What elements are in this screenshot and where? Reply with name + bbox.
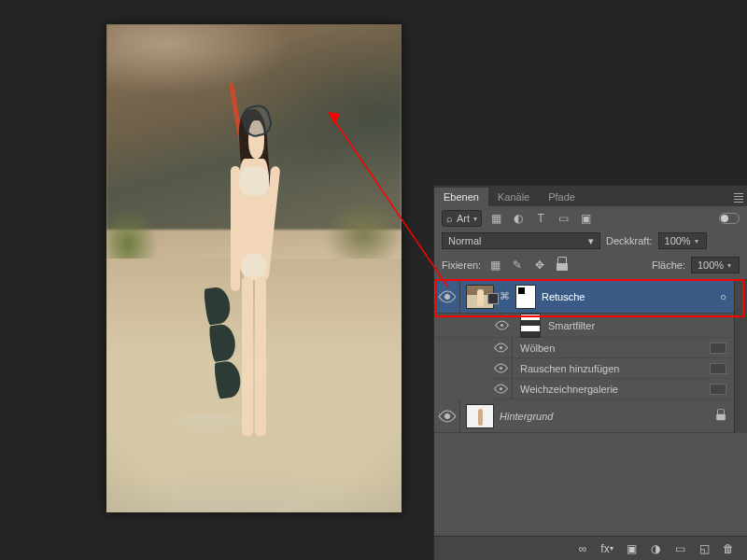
tab-channels[interactable]: Kanäle — [488, 188, 539, 206]
filter-toggle-switch[interactable] — [719, 213, 740, 224]
filter-options-icon[interactable] — [710, 363, 726, 374]
caret-down-icon: ▾ — [727, 261, 731, 270]
smartfilter-list: Wölben Rauschen hinzufügen Weichzeichner… — [434, 338, 734, 399]
layer-retusche[interactable]: ⌘ Retusche ○ — [434, 280, 734, 314]
layers-scrollbar[interactable] — [734, 280, 747, 433]
smartfilter-mask-thumbnail[interactable] — [520, 314, 541, 338]
filter-options-icon[interactable] — [710, 384, 726, 395]
fill-input[interactable]: 100% ▾ — [691, 257, 740, 273]
layers-footer: ∞ fx▾ ▣ ◑ ▭ ◱ 🗑 — [434, 536, 747, 560]
caret-down-icon: ▾ — [588, 235, 594, 247]
smart-filter-indicator-icon: ○ — [720, 291, 726, 302]
lock-transparency-icon[interactable]: ▦ — [486, 257, 503, 273]
layer-name[interactable]: Retusche — [542, 291, 714, 302]
layer-mask-thumbnail[interactable] — [515, 285, 536, 309]
layers-list: ⌘ Retusche ○ Smartfilter Wölben — [434, 279, 747, 433]
lock-icon — [715, 411, 726, 422]
fx-icon[interactable]: fx▾ — [596, 539, 618, 558]
blend-row: Normal ▾ Deckkraft: 100% ▾ — [434, 231, 747, 253]
document-canvas[interactable] — [106, 24, 402, 512]
filter-pixel-icon[interactable]: ▦ — [487, 210, 504, 227]
fill-value: 100% — [698, 259, 724, 271]
new-fill-adjustment-icon[interactable]: ◑ — [644, 539, 667, 558]
lock-row: Fixieren: ▦ ✎ ✥ Fläche: 100% ▾ — [434, 253, 747, 279]
filter-label: Art — [457, 213, 470, 224]
layers-panel: Ebenen Kanäle Pfade ⌕ Art ▾ ▦ ◐ T ▭ ▣ No… — [433, 185, 747, 560]
filter-smart-icon[interactable]: ▣ — [577, 210, 594, 227]
eye-icon[interactable] — [494, 341, 509, 356]
filter-name: Rauschen hinzufügen — [513, 363, 710, 374]
lock-position-icon[interactable]: ✥ — [531, 257, 548, 273]
lock-label: Fixieren: — [442, 259, 481, 271]
delete-layer-icon[interactable]: 🗑 — [717, 539, 740, 558]
blend-mode-value: Normal — [448, 235, 481, 246]
opacity-value: 100% — [665, 235, 691, 246]
filter-woelben[interactable]: Wölben — [490, 338, 734, 358]
smartfilter-label: Smartfilter — [548, 320, 595, 331]
blend-mode-select[interactable]: Normal ▾ — [442, 232, 600, 249]
lock-brush-icon[interactable]: ✎ — [509, 257, 526, 273]
visibility-toggle[interactable] — [434, 399, 460, 432]
layer-hintergrund[interactable]: Hintergrund — [434, 399, 734, 433]
layer-filter-row: ⌕ Art ▾ ▦ ◐ T ▭ ▣ — [434, 206, 747, 231]
new-group-icon[interactable]: ▭ — [669, 539, 691, 558]
caret-down-icon: ▾ — [473, 215, 477, 223]
fill-label: Fläche: — [652, 259, 685, 271]
opacity-input[interactable]: 100% ▾ — [658, 232, 707, 249]
filter-options-icon[interactable] — [710, 343, 726, 354]
new-layer-icon[interactable]: ◱ — [693, 539, 715, 558]
filter-name: Wölben — [513, 343, 710, 354]
layer-filter-dropdown[interactable]: ⌕ Art ▾ — [442, 210, 482, 227]
filter-rauschen[interactable]: Rauschen hinzufügen — [490, 358, 734, 379]
eye-icon[interactable] — [494, 382, 509, 397]
eye-icon — [438, 407, 457, 426]
lock-all-icon[interactable] — [554, 257, 571, 273]
filter-name: Weichzeichnergalerie — [513, 384, 710, 395]
caret-down-icon: ▾ — [695, 237, 698, 245]
link-layers-icon[interactable]: ∞ — [571, 539, 594, 558]
tab-layers[interactable]: Ebenen — [434, 188, 488, 206]
filter-type-icon[interactable]: T — [532, 210, 549, 227]
panel-menu-icon[interactable] — [730, 189, 747, 206]
link-icon[interactable]: ⌘ — [500, 290, 510, 302]
layer-name[interactable]: Hintergrund — [500, 411, 710, 422]
visibility-toggle[interactable] — [434, 280, 460, 313]
layer-thumbnail[interactable] — [466, 404, 494, 428]
eye-icon[interactable] — [494, 361, 509, 376]
photo-vignette — [106, 24, 402, 512]
filter-shape-icon[interactable]: ▭ — [555, 210, 571, 227]
opacity-label: Deckkraft: — [606, 235, 653, 246]
eye-icon — [438, 287, 457, 306]
smartfilter-header[interactable]: Smartfilter — [434, 314, 734, 338]
filter-adjust-icon[interactable]: ◐ — [510, 210, 527, 227]
layer-thumbnail[interactable] — [466, 285, 494, 309]
panel-tabs: Ebenen Kanäle Pfade — [434, 186, 747, 206]
eye-icon[interactable] — [494, 318, 509, 333]
filter-weichzeichner[interactable]: Weichzeichnergalerie — [490, 379, 734, 399]
search-icon: ⌕ — [446, 213, 453, 224]
add-mask-icon[interactable]: ▣ — [620, 539, 642, 558]
tab-paths[interactable]: Pfade — [539, 188, 585, 206]
